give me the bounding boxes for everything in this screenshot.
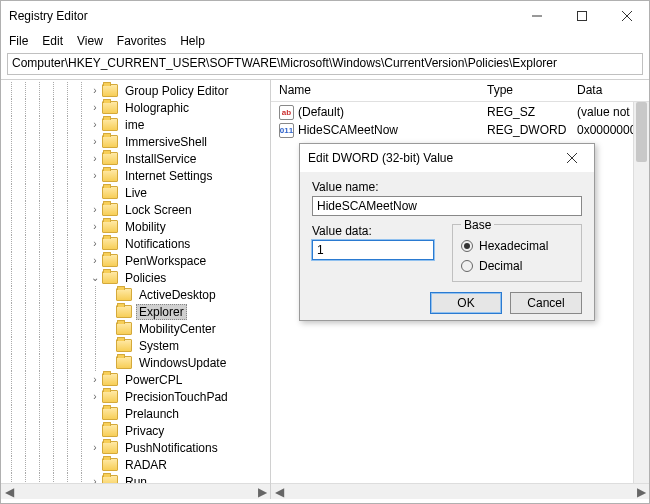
scroll-right-icon[interactable]: ▶ xyxy=(633,484,649,500)
tree-item[interactable]: ›Lock Screen xyxy=(5,201,270,218)
tree-item[interactable]: ›Internet Settings xyxy=(5,167,270,184)
tree-item[interactable]: WindowsUpdate xyxy=(5,354,270,371)
chevron-right-icon[interactable]: › xyxy=(89,170,101,182)
value-name-input[interactable] xyxy=(312,196,582,216)
list-header[interactable]: Name Type Data xyxy=(271,80,649,102)
tree-item-label: Internet Settings xyxy=(122,169,215,183)
chevron-right-icon[interactable]: › xyxy=(89,119,101,131)
tree-item[interactable]: System xyxy=(5,337,270,354)
tree-item[interactable]: Privacy xyxy=(5,422,270,439)
column-name[interactable]: Name xyxy=(271,80,479,101)
tree-item[interactable]: ›Group Policy Editor xyxy=(5,82,270,99)
tree-item[interactable]: ›Run xyxy=(5,473,270,483)
maximize-button[interactable] xyxy=(559,1,604,31)
list-body: ab(Default)REG_SZ(value not s011HideSCAM… xyxy=(271,102,649,140)
chevron-right-icon[interactable]: › xyxy=(89,442,101,454)
chevron-down-icon[interactable]: ⌄ xyxy=(89,272,101,284)
tree-item-label: ImmersiveShell xyxy=(122,135,210,149)
horizontal-scrollbar[interactable]: ◀ ▶ xyxy=(1,483,270,499)
chevron-right-icon[interactable]: › xyxy=(89,476,101,484)
tree-view[interactable]: ›Group Policy Editor›Holographic›ime›Imm… xyxy=(1,80,270,483)
folder-icon xyxy=(102,441,118,454)
folder-icon xyxy=(102,84,118,97)
tree-item[interactable]: Prelaunch xyxy=(5,405,270,422)
chevron-right-icon[interactable]: › xyxy=(89,136,101,148)
tree-item-label: ActiveDesktop xyxy=(136,288,219,302)
dialog-title-bar: Edit DWORD (32-bit) Value xyxy=(300,144,594,172)
folder-icon xyxy=(102,118,118,131)
tree-item[interactable]: RADAR xyxy=(5,456,270,473)
tree-expander-none xyxy=(103,289,115,301)
dialog-title: Edit DWORD (32-bit) Value xyxy=(308,151,558,165)
menu-view[interactable]: View xyxy=(77,34,103,48)
folder-icon xyxy=(116,288,132,301)
value-name-label: Value name: xyxy=(312,180,582,194)
tree-item[interactable]: ›PushNotifications xyxy=(5,439,270,456)
tree-item[interactable]: ›PowerCPL xyxy=(5,371,270,388)
vertical-scrollbar[interactable] xyxy=(633,102,649,483)
tree-item-label: Group Policy Editor xyxy=(122,84,231,98)
chevron-right-icon[interactable]: › xyxy=(89,85,101,97)
scroll-right-icon[interactable]: ▶ xyxy=(254,484,270,500)
ok-button[interactable]: OK xyxy=(430,292,502,314)
tree-item[interactable]: ActiveDesktop xyxy=(5,286,270,303)
folder-icon xyxy=(102,458,118,471)
tree-item[interactable]: ›InstallService xyxy=(5,150,270,167)
chevron-right-icon[interactable]: › xyxy=(89,374,101,386)
tree-item-label: Lock Screen xyxy=(122,203,195,217)
folder-icon xyxy=(102,203,118,216)
tree-expander-none xyxy=(103,306,115,318)
radio-decimal[interactable]: Decimal xyxy=(461,257,573,275)
value-data-input[interactable] xyxy=(312,240,434,260)
tree-item-label: System xyxy=(136,339,182,353)
tree-item[interactable]: ›Holographic xyxy=(5,99,270,116)
chevron-right-icon[interactable]: › xyxy=(89,221,101,233)
menu-file[interactable]: File xyxy=(9,34,28,48)
list-row[interactable]: ab(Default)REG_SZ(value not s xyxy=(271,103,649,121)
svg-rect-1 xyxy=(577,12,586,21)
tree-item[interactable]: ⌄Policies xyxy=(5,269,270,286)
chevron-right-icon[interactable]: › xyxy=(89,153,101,165)
chevron-right-icon[interactable]: › xyxy=(89,102,101,114)
minimize-button[interactable] xyxy=(514,1,559,31)
menu-edit[interactable]: Edit xyxy=(42,34,63,48)
tree-item[interactable]: Explorer xyxy=(5,303,270,320)
chevron-right-icon[interactable]: › xyxy=(89,391,101,403)
tree-item[interactable]: ›ime xyxy=(5,116,270,133)
tree-item[interactable]: MobilityCenter xyxy=(5,320,270,337)
value-data-label: Value data: xyxy=(312,224,434,238)
address-bar[interactable]: Computer\HKEY_CURRENT_USER\SOFTWARE\Micr… xyxy=(7,53,643,75)
scroll-left-icon[interactable]: ◀ xyxy=(271,484,287,500)
menu-favorites[interactable]: Favorites xyxy=(117,34,166,48)
list-row[interactable]: 011HideSCAMeetNowREG_DWORD0x00000000 xyxy=(271,121,649,139)
scroll-left-icon[interactable]: ◀ xyxy=(1,484,17,500)
radio-hexadecimal[interactable]: Hexadecimal xyxy=(461,237,573,255)
folder-icon xyxy=(116,322,132,335)
folder-icon xyxy=(102,237,118,250)
tree-item-label: Privacy xyxy=(122,424,167,438)
horizontal-scrollbar[interactable]: ◀ ▶ xyxy=(271,483,649,499)
scrollbar-thumb[interactable] xyxy=(636,102,647,162)
tree-item[interactable]: ›Notifications xyxy=(5,235,270,252)
column-data[interactable]: Data xyxy=(569,80,649,101)
chevron-right-icon[interactable]: › xyxy=(89,238,101,250)
chevron-right-icon[interactable]: › xyxy=(89,204,101,216)
dialog-close-button[interactable] xyxy=(558,144,586,172)
folder-icon xyxy=(116,339,132,352)
tree-item[interactable]: ›Mobility xyxy=(5,218,270,235)
folder-icon xyxy=(116,356,132,369)
radio-label: Decimal xyxy=(479,259,522,273)
menu-help[interactable]: Help xyxy=(180,34,205,48)
column-type[interactable]: Type xyxy=(479,80,569,101)
tree-item[interactable]: ›PrecisionTouchPad xyxy=(5,388,270,405)
tree-item-label: PushNotifications xyxy=(122,441,221,455)
chevron-right-icon[interactable]: › xyxy=(89,255,101,267)
cancel-button[interactable]: Cancel xyxy=(510,292,582,314)
close-button[interactable] xyxy=(604,1,649,31)
tree-item[interactable]: ›ImmersiveShell xyxy=(5,133,270,150)
tree-item-label: Live xyxy=(122,186,150,200)
tree-item-label: PenWorkspace xyxy=(122,254,209,268)
tree-item[interactable]: ›PenWorkspace xyxy=(5,252,270,269)
tree-item-label: RADAR xyxy=(122,458,170,472)
tree-item[interactable]: Live xyxy=(5,184,270,201)
